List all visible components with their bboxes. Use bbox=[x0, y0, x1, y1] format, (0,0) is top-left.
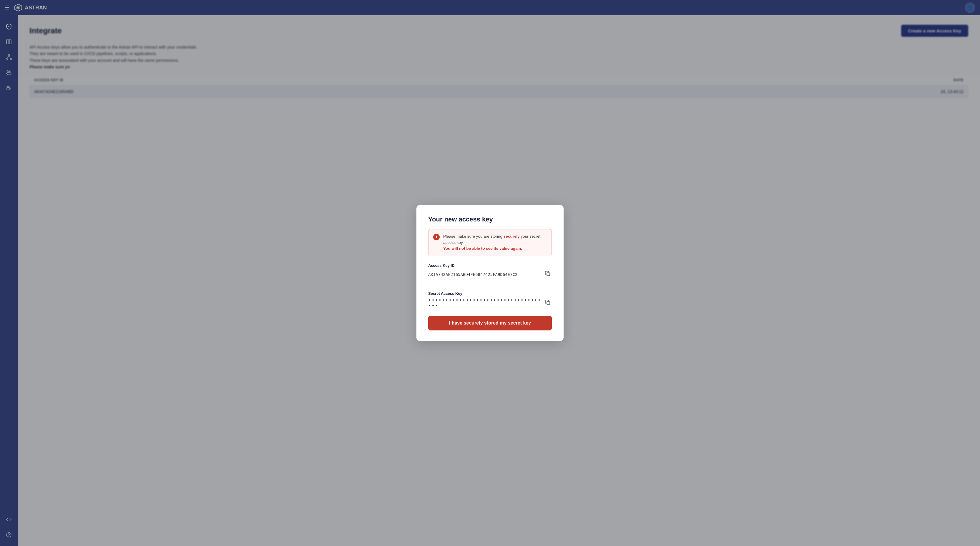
modal-overlay: Your new access key i Please make sure y… bbox=[0, 0, 980, 546]
alert-icon: i bbox=[433, 234, 440, 240]
access-key-section: Access Key ID AKIA742AE2165ABD4FE6847425… bbox=[428, 263, 552, 279]
secret-key-row: •••••••••••••••••••••••••••••••••••• bbox=[428, 297, 552, 309]
alert-line1-prefix: Please make sure you are storing bbox=[443, 234, 504, 239]
alert-box: i Please make sure you are storing secur… bbox=[428, 229, 552, 257]
copy-icon bbox=[545, 271, 550, 276]
secret-key-label: Secret Access Key bbox=[428, 291, 552, 296]
secret-key-section: Secret Access Key ••••••••••••••••••••••… bbox=[428, 291, 552, 309]
confirm-stored-button[interactable]: I have securely stored my secret key bbox=[428, 316, 552, 330]
alert-line1-bold: securely bbox=[504, 234, 520, 239]
modal-title: Your new access key bbox=[428, 216, 552, 223]
access-key-row: AKIA742AE2165ABD4FE6847425FA9D64E7C2 bbox=[428, 270, 552, 279]
alert-text: Please make sure you are storing securel… bbox=[443, 233, 547, 252]
alert-line2: You will not be able to see its value ag… bbox=[443, 246, 547, 252]
copy-access-key-button[interactable] bbox=[544, 270, 552, 279]
modal: Your new access key i Please make sure y… bbox=[417, 205, 563, 341]
copy-secret-key-button[interactable] bbox=[544, 299, 552, 308]
copy-secret-icon bbox=[545, 300, 550, 305]
secret-key-value: •••••••••••••••••••••••••••••••••••• bbox=[428, 297, 544, 309]
svg-rect-21 bbox=[547, 302, 550, 305]
access-key-label: Access Key ID bbox=[428, 263, 552, 268]
svg-rect-20 bbox=[547, 273, 550, 276]
access-key-value: AKIA742AE2165ABD4FE6847425FA9D64E7C2 bbox=[428, 272, 517, 277]
